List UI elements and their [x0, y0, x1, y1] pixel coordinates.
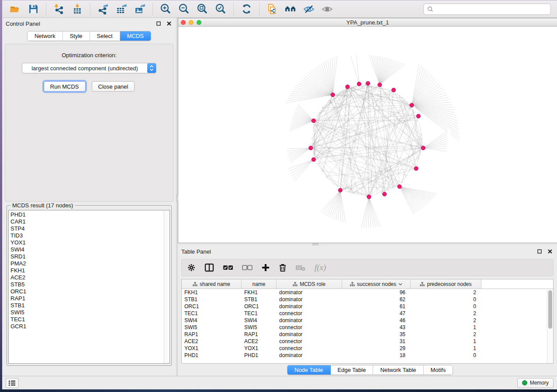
network-node[interactable]	[342, 86, 346, 90]
mcds-result-item[interactable]: STP4	[10, 225, 170, 232]
open-file-icon[interactable]	[7, 2, 23, 17]
close-panel-icon[interactable]	[547, 248, 554, 255]
select-all-icon[interactable]	[223, 265, 233, 271]
network-node[interactable]	[413, 214, 416, 218]
optimization-criterion-select[interactable]: largest connected component (undirected)	[22, 63, 156, 73]
mcds-hub-node[interactable]	[346, 85, 349, 89]
delete-column-icon[interactable]	[279, 263, 287, 272]
table-row[interactable]: FKH1FKH1dominator962	[182, 289, 553, 296]
table-row[interactable]: ACE2ACE2connector311	[182, 338, 553, 345]
mcds-result-item[interactable]: SWI4	[10, 246, 170, 253]
network-node[interactable]	[405, 61, 408, 65]
table-row[interactable]: TEC1TEC1connector472	[182, 310, 553, 317]
network-node[interactable]	[308, 135, 312, 138]
mcds-result-item[interactable]: FKH1	[10, 267, 170, 274]
network-node[interactable]	[422, 135, 426, 138]
tab-mcds[interactable]: MCDS	[120, 31, 151, 41]
network-node[interactable]	[419, 155, 423, 159]
network-node[interactable]	[382, 84, 386, 88]
network-node[interactable]	[418, 158, 422, 162]
network-node[interactable]	[315, 165, 318, 168]
network-node[interactable]	[385, 85, 389, 89]
network-node[interactable]	[459, 140, 463, 144]
network-node[interactable]	[318, 212, 321, 215]
mcds-hub-node[interactable]	[338, 188, 342, 192]
memory-button[interactable]: Memory	[517, 378, 554, 388]
mcds-hub-node[interactable]	[311, 119, 315, 123]
column-header-MCDS-role[interactable]: MCDS role	[277, 279, 342, 289]
network-node[interactable]	[419, 121, 423, 125]
network-node[interactable]	[379, 193, 382, 197]
network-node[interactable]	[345, 191, 349, 195]
network-node[interactable]	[352, 83, 355, 87]
network-node[interactable]	[310, 125, 314, 128]
mcds-result-item[interactable]: GCR1	[10, 323, 170, 330]
mcds-result-item[interactable]: SWI5	[10, 309, 170, 316]
network-node[interactable]	[417, 162, 420, 165]
mcds-result-item[interactable]: SRD1	[10, 253, 170, 260]
tab-motifs[interactable]: Motifs	[424, 365, 453, 375]
mcds-hub-node[interactable]	[331, 93, 335, 97]
table-row[interactable]: ORC1ORC1dominator610	[182, 303, 553, 310]
network-node[interactable]	[422, 142, 426, 145]
mcds-hub-node[interactable]	[366, 81, 370, 85]
network-node[interactable]	[285, 168, 288, 171]
tab-node-table[interactable]: Node Table	[287, 365, 331, 375]
network-node[interactable]	[372, 82, 376, 86]
column-header-shared-name[interactable]: shared name	[182, 279, 242, 289]
network-node[interactable]	[446, 150, 450, 153]
network-node[interactable]	[358, 195, 362, 198]
zoom-fit-icon[interactable]	[194, 2, 211, 17]
network-canvas[interactable]	[178, 27, 557, 243]
save-session-icon[interactable]	[25, 2, 42, 17]
table-row[interactable]: STB1STB1dominator620	[182, 296, 553, 303]
show-columns-icon[interactable]	[204, 263, 214, 272]
network-window-titlebar[interactable]: YPA_prune.txt_1	[178, 18, 557, 27]
run-mcds-button[interactable]: Run MCDS	[44, 81, 86, 92]
export-image-icon[interactable]	[131, 2, 148, 17]
mcds-result-list[interactable]: PHD1CAR1STP4TID3YOX1SWI4SRD1PMA2FKH1ACE2…	[8, 210, 170, 364]
tab-select[interactable]: Select	[90, 31, 120, 41]
network-node[interactable]	[362, 82, 365, 85]
mcds-hub-node[interactable]	[416, 114, 420, 118]
first-neighbors-icon[interactable]	[282, 2, 299, 17]
table-options-icon[interactable]	[187, 263, 196, 272]
network-node[interactable]	[421, 128, 425, 131]
network-node[interactable]	[308, 142, 312, 145]
mcds-hub-node[interactable]	[383, 192, 387, 196]
mcds-result-item[interactable]: TEC1	[10, 316, 170, 323]
table-row[interactable]: SWI5SWI5connector431	[182, 324, 553, 331]
network-node[interactable]	[388, 190, 392, 193]
close-panel-button[interactable]: Close panel	[92, 81, 135, 92]
network-node[interactable]	[422, 131, 425, 135]
search-box[interactable]	[423, 3, 551, 15]
mcds-hub-node[interactable]	[309, 146, 313, 150]
network-node[interactable]	[313, 115, 317, 119]
splitter-handle[interactable]	[312, 243, 318, 245]
network-node[interactable]	[310, 152, 314, 155]
table-row[interactable]: RAP1RAP1dominator352	[182, 331, 553, 338]
clone-network-icon[interactable]	[264, 2, 280, 17]
table-scrollbar[interactable]	[547, 289, 553, 363]
mcds-result-item[interactable]: YOX1	[10, 239, 170, 246]
close-panel-icon[interactable]	[166, 20, 173, 27]
import-table-icon[interactable]	[69, 2, 86, 17]
network-node[interactable]	[355, 52, 358, 55]
network-node[interactable]	[375, 194, 379, 198]
column-header-successor-nodes[interactable]: successor nodes	[342, 279, 411, 289]
mcds-hub-node[interactable]	[391, 88, 395, 92]
mcds-result-item[interactable]: PMA2	[10, 260, 170, 267]
network-node[interactable]	[284, 147, 287, 151]
mcds-hub-node[interactable]	[410, 103, 414, 107]
add-column-icon[interactable]	[261, 263, 270, 272]
mcds-result-item[interactable]: PHD1	[10, 211, 170, 218]
network-node[interactable]	[418, 118, 422, 122]
mcds-result-item[interactable]: STB5	[10, 281, 170, 288]
table-row[interactable]: SWI4SWI4dominator462	[182, 317, 553, 324]
network-node[interactable]	[308, 138, 312, 142]
tab-style[interactable]: Style	[63, 31, 90, 41]
table-scrollbar-thumb[interactable]	[548, 290, 552, 329]
network-node[interactable]	[352, 193, 355, 197]
network-node[interactable]	[295, 101, 298, 104]
mcds-hub-node[interactable]	[421, 146, 425, 150]
